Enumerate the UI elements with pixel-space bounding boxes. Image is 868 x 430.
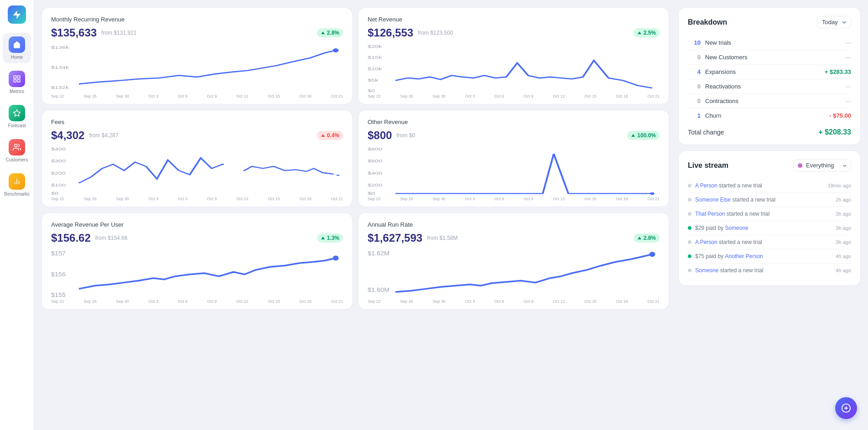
svg-text:$136k: $136k xyxy=(51,45,69,50)
arr-chart-labels: Sep 22Sep 26Sep 30Oct 3 Oct 6Oct 9Oct 12… xyxy=(368,299,660,304)
svg-rect-2 xyxy=(14,80,16,82)
live-stream-card: Live stream Everything A Person started … xyxy=(678,150,861,286)
fees-from: from $4,287 xyxy=(89,132,118,139)
net-revenue-card: Net Revenue $126,553 from $123,500 2.5% … xyxy=(358,7,669,104)
svg-text:$200: $200 xyxy=(368,183,383,187)
arpu-badge: 1.3% xyxy=(317,233,343,243)
fab-button[interactable] xyxy=(835,397,857,419)
breakdown-header: Breakdown Today xyxy=(688,16,851,28)
svg-text:$200: $200 xyxy=(51,171,66,175)
breakdown-period-select[interactable]: Today xyxy=(817,16,851,28)
mrr-title: Monthly Recurring Revenue xyxy=(51,16,343,23)
svg-text:$155: $155 xyxy=(51,292,66,298)
svg-rect-0 xyxy=(14,76,16,78)
arpu-value-row: $156.62 from $154.66 1.3% xyxy=(51,232,343,244)
breakdown-title: Breakdown xyxy=(688,18,727,26)
svg-point-5 xyxy=(15,144,17,147)
live-stream-header: Live stream Everything xyxy=(688,159,851,171)
sidebar-item-forecast[interactable]: Forecast xyxy=(3,101,31,132)
svg-rect-3 xyxy=(18,80,20,82)
everything-dot-icon xyxy=(798,163,802,168)
mrr-value: $135,633 xyxy=(51,26,97,39)
other-revenue-from: from $0 xyxy=(396,132,415,139)
metrics-grid: Monthly Recurring Revenue $135,633 from … xyxy=(42,7,669,310)
other-revenue-card: Other Revenue $800 from $0 100.0% $800 $… xyxy=(358,110,669,207)
live-stream-item-2: Someone Else started a new trial 2h ago xyxy=(688,193,851,207)
sidebar-item-label: Benchmarks xyxy=(4,192,30,197)
sidebar-item-label: Metrics xyxy=(10,89,24,94)
arr-from: from $1.58M xyxy=(427,235,457,241)
breakdown-row-churn: 1 Churn - $75.00 xyxy=(688,109,851,123)
arr-chart: $1.62M $1.60M xyxy=(368,248,660,298)
net-revenue-badge: 2.5% xyxy=(634,28,660,37)
fees-chart-labels: Sep 22Sep 26Sep 30Oct 3 Oct 6Oct 9Oct 12… xyxy=(51,197,343,201)
live-dot-icon xyxy=(688,212,691,216)
metrics-icon xyxy=(9,71,25,87)
live-link[interactable]: Another Person xyxy=(725,253,763,259)
other-revenue-chart-labels: Sep 22Sep 26Sep 30Oct 3 Oct 6Oct 9Oct 12… xyxy=(368,197,660,201)
live-dot-icon xyxy=(688,226,691,230)
breakdown-total-value: + $208.33 xyxy=(818,128,851,136)
fees-value: $4,302 xyxy=(51,129,84,142)
svg-text:$400: $400 xyxy=(51,147,66,151)
live-dot-icon xyxy=(688,240,691,244)
live-stream-filter-select[interactable]: Everything xyxy=(806,162,841,169)
mrr-card: Monthly Recurring Revenue $135,633 from … xyxy=(42,7,353,104)
live-link[interactable]: Someone xyxy=(725,225,748,231)
svg-text:$1.62M: $1.62M xyxy=(368,250,390,257)
fees-title: Fees xyxy=(51,119,343,125)
svg-text:$400: $400 xyxy=(368,171,383,175)
live-stream-title: Live stream xyxy=(688,161,728,170)
live-time: 3h ago xyxy=(836,211,851,217)
net-revenue-chart-labels: Sep 22Sep 26Sep 30Oct 3 Oct 6Oct 9Oct 12… xyxy=(368,94,660,98)
svg-text:$800: $800 xyxy=(368,147,383,151)
svg-point-12 xyxy=(333,48,339,52)
live-link[interactable]: That Person xyxy=(695,211,725,217)
svg-text:$5k: $5k xyxy=(368,78,379,83)
sidebar-item-benchmarks[interactable]: Benchmarks xyxy=(3,170,31,200)
arpu-value: $156.62 xyxy=(51,232,91,244)
live-dot-icon xyxy=(688,269,691,272)
breakdown-row-trials: 10 New trials — xyxy=(688,36,851,50)
live-time: 3h ago xyxy=(836,225,851,231)
breakdown-card: Breakdown Today 10 New trials — 0 New Cu… xyxy=(678,7,861,145)
breakdown-total-row: Total change + $208.33 xyxy=(688,123,851,136)
other-revenue-value-row: $800 from $0 100.0% xyxy=(368,129,660,142)
main-content: Monthly Recurring Revenue $135,633 from … xyxy=(34,0,676,430)
svg-marker-4 xyxy=(14,110,21,116)
net-revenue-from: from $123,500 xyxy=(418,30,453,36)
live-link[interactable]: A Person xyxy=(695,182,717,189)
live-stream-item-5: A Person started a new trial 3h ago xyxy=(688,235,851,249)
svg-text:$10k: $10k xyxy=(368,67,382,72)
svg-text:$1.60M: $1.60M xyxy=(368,287,390,293)
benchmarks-icon xyxy=(9,173,25,190)
sidebar-item-metrics[interactable]: Metrics xyxy=(3,67,31,98)
mrr-chart: $136k $134k $132k xyxy=(51,43,343,93)
other-revenue-chart: $800 $600 $400 $200 $0 xyxy=(368,145,660,196)
live-link[interactable]: Someone xyxy=(695,267,718,274)
svg-text:$20k: $20k xyxy=(368,44,382,49)
breakdown-row-expansions: 4 Expansions + $283.33 xyxy=(688,65,851,79)
arr-badge: 2.8% xyxy=(634,233,660,243)
other-revenue-badge: 100.0% xyxy=(627,131,660,140)
svg-point-32 xyxy=(333,256,339,261)
live-time: 4h ago xyxy=(836,268,851,273)
live-link[interactable]: A Person xyxy=(695,239,717,245)
svg-text:$156: $156 xyxy=(51,271,66,278)
live-link[interactable]: Someone Else xyxy=(695,197,731,203)
live-stream-filter[interactable]: Everything xyxy=(794,159,851,171)
live-time: 2h ago xyxy=(836,197,851,202)
breakdown-row-reactivations: 0 Reactivations — xyxy=(688,79,851,94)
live-stream-item-4: $29 paid by Someone 3h ago xyxy=(688,221,851,235)
svg-text:$15k: $15k xyxy=(368,55,382,60)
svg-text:$0: $0 xyxy=(368,88,375,93)
sidebar-item-label: Forecast xyxy=(8,123,26,128)
sidebar-item-customers[interactable]: Customers xyxy=(3,135,31,166)
sidebar-item-home[interactable]: Home xyxy=(3,33,31,63)
fees-badge: 0.4% xyxy=(317,131,343,140)
arr-value: $1,627,593 xyxy=(368,232,422,244)
live-dot-icon xyxy=(688,254,691,258)
sidebar: Home Metrics Forecast Customers Benchmar… xyxy=(0,0,34,430)
mrr-chart-labels: Sep 22Sep 26Sep 30Oct 3 Oct 6Oct 9Oct 12… xyxy=(51,94,343,98)
breakdown-row-customers: 0 New Customers — xyxy=(688,50,851,65)
